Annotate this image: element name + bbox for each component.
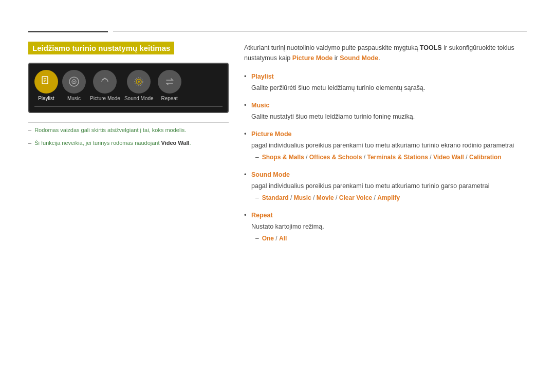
intro-text-before: Atkuriant turinį nuotolinio valdymo pult… [244, 44, 420, 51]
sound-mode-desc: pagal individualius poreikius parenkami … [251, 181, 527, 191]
picture-mode-title: Picture Mode [251, 129, 527, 139]
list-item-repeat: Repeat Nustato kartojimo režimą. – One /… [244, 210, 527, 244]
option-terminals-stations: Terminals & Stations [367, 154, 428, 161]
intro-paragraph: Atkuriant turinį nuotolinio valdymo pult… [244, 43, 527, 63]
section-title: Leidžiamo turinio nustatymų keitimas [28, 42, 174, 54]
picture-mode-icon [93, 70, 117, 94]
sound-mode-title: Sound Mode [251, 170, 527, 180]
playlist-icon [34, 70, 58, 94]
player-item-sound-mode: Sound Mode [124, 70, 154, 101]
player-item-repeat: Repeat [158, 70, 181, 101]
option-standard: Standard [262, 194, 289, 201]
main-content: Leidžiamo turinio nustatymų keitimas [28, 42, 527, 251]
music-desc: Galite nustatyti šiuo metu leidžiamo tur… [251, 111, 527, 122]
repeat-title: Repeat [251, 210, 527, 220]
option-offices-schools: Offices & Schools [309, 154, 362, 161]
player-divider [34, 106, 223, 107]
sound-mode-label: Sound Mode [124, 96, 154, 101]
list-item-picture-mode: Picture Mode pagal individualius poreiki… [244, 129, 527, 162]
player-box: Playlist Music [28, 63, 229, 113]
option-calibration: Calibration [469, 154, 502, 161]
option-clear-voice: Clear Voice [339, 194, 372, 201]
picture-mode-intro: Picture Mode [292, 54, 333, 62]
list-item-sound-mode: Sound Mode pagal individualius poreikius… [244, 170, 527, 203]
picture-mode-desc: pagal individualius poreikius parenkami … [251, 140, 527, 151]
sound-mode-icon [127, 70, 151, 94]
option-one: One [262, 235, 274, 242]
repeat-desc: Nustato kartojimo režimą. [251, 221, 527, 232]
player-item-playlist: Playlist [34, 70, 58, 101]
option-shops-malls: Shops & Malls [262, 154, 304, 161]
svg-point-8 [138, 81, 140, 83]
note-item-1: – Rodomas vaizdas gali skirtis atsižvelg… [28, 126, 229, 135]
music-icon [62, 70, 86, 94]
list-item-playlist: Playlist Galite peržiūrėti šiuo metu lei… [244, 71, 527, 93]
top-decorative-lines [28, 31, 527, 32]
left-column: Leidžiamo turinio nustatymų keitimas [28, 42, 229, 251]
picture-mode-label: Picture Mode [90, 96, 120, 101]
top-line-thin [113, 31, 527, 32]
player-item-picture-mode: Picture Mode [90, 70, 120, 101]
tools-keyword: TOOLS [420, 44, 442, 51]
music-label: Music [67, 96, 81, 101]
sound-mode-sub-list: – Standard / Music / Movie / Clear Voice… [251, 193, 527, 203]
option-all: All [279, 235, 287, 242]
content-list: Playlist Galite peržiūrėti šiuo metu lei… [244, 71, 527, 244]
player-icons-row: Playlist Music [34, 70, 223, 101]
top-line-accent [28, 31, 108, 32]
sound-mode-intro: Sound Mode [340, 54, 378, 62]
playlist-label: Playlist [38, 96, 54, 101]
playlist-desc: Galite peržiūrėti šiuo metu leidžiamų tu… [251, 83, 527, 93]
sound-mode-options: – Standard / Music / Movie / Clear Voice… [255, 193, 527, 203]
page: Leidžiamo turinio nustatymų keitimas [0, 0, 555, 272]
option-music: Music [294, 194, 311, 201]
list-item-music: Music Galite nustatyti šiuo metu leidžia… [244, 100, 527, 122]
notes-section: – Rodomas vaizdas gali skirtis atsižvelg… [28, 122, 229, 147]
video-wall-note: Video Wall [161, 140, 190, 146]
picture-mode-options: – Shops & Malls / Offices & Schools / Te… [255, 153, 527, 162]
option-amplify: Amplify [377, 194, 400, 201]
svg-point-6 [73, 81, 75, 83]
playlist-title: Playlist [251, 71, 527, 82]
repeat-label: Repeat [161, 96, 178, 101]
music-title: Music [251, 100, 527, 110]
note-item-2: – Ši funkcija neveikia, jei turinys rodo… [28, 139, 229, 147]
option-movie: Movie [317, 194, 334, 201]
repeat-sub-list: – One / All [251, 234, 527, 244]
repeat-icon [158, 70, 181, 94]
repeat-options: – One / All [255, 234, 527, 244]
player-item-music: Music [62, 70, 86, 101]
right-column: Atkuriant turinį nuotolinio valdymo pult… [244, 42, 527, 251]
option-video-wall: Video Wall [433, 154, 464, 161]
picture-mode-sub-list: – Shops & Malls / Offices & Schools / Te… [251, 153, 527, 162]
